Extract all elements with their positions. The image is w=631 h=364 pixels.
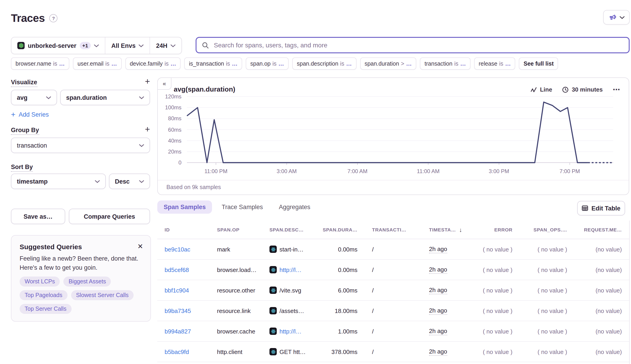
save-as-button[interactable]: Save as… bbox=[11, 209, 65, 224]
error-value: ( no value ) bbox=[483, 287, 512, 294]
cell-transaction: / bbox=[365, 266, 422, 273]
chip-key: span.op bbox=[250, 60, 271, 67]
cell-span-duration: 0.00ms bbox=[317, 246, 365, 252]
column-header-label: SPAN_OPS.… bbox=[533, 227, 567, 232]
suggested-query-pill[interactable]: Top Server Calls bbox=[20, 304, 71, 314]
tab-span-samples[interactable]: Span Samples bbox=[157, 200, 212, 214]
column-header-spandesc[interactable]: SPAN.DESC… bbox=[262, 227, 317, 232]
table-row[interactable]: b994a827browser.cachehttp://l…1.00ms/2h … bbox=[157, 321, 629, 342]
chart-menu-icon[interactable]: ⋯ bbox=[613, 85, 620, 94]
group-by-select[interactable]: transaction bbox=[11, 138, 150, 153]
cell-span-description: start-in… bbox=[262, 246, 317, 253]
timestamp-value[interactable]: 2h ago bbox=[429, 286, 447, 294]
span-description-value: /assets… bbox=[279, 307, 304, 314]
y-axis-label: 0 bbox=[159, 160, 181, 166]
add-group-by-icon[interactable]: + bbox=[145, 125, 150, 134]
cell-span-ops: ( no value ) bbox=[520, 287, 574, 294]
suggested-query-pill[interactable]: Top Pageloads bbox=[20, 290, 67, 300]
timestamp-value[interactable]: 2h ago bbox=[429, 266, 447, 274]
table-row[interactable]: be9c10acmarkstart-in…0.00ms/2h ago( no v… bbox=[157, 239, 629, 260]
span-description-value[interactable]: http://l… bbox=[279, 328, 301, 334]
sort-field-select[interactable]: timestamp bbox=[11, 174, 106, 189]
column-header-requestme[interactable]: REQUEST.ME… bbox=[574, 227, 629, 232]
filter-chip[interactable]: span.descriptionis… bbox=[292, 58, 356, 70]
table-row[interactable]: bbf1c904resource.other/vite.svg6.00ms/2h… bbox=[157, 280, 629, 301]
x-axis-label: 7:00 PM bbox=[560, 168, 580, 174]
react-platform-icon bbox=[269, 286, 277, 294]
edit-table-button[interactable]: Edit Table bbox=[577, 201, 625, 216]
cell-timestamp: 2h ago bbox=[422, 327, 474, 335]
chart-interval-control[interactable]: 30 minutes bbox=[562, 86, 603, 93]
table-row[interactable]: bd5cef68browser.load…http://l…0.00ms/2h … bbox=[157, 260, 629, 280]
date-range-selector[interactable]: 24H bbox=[150, 37, 182, 54]
group-by-value: transaction bbox=[17, 142, 47, 149]
span-id-link[interactable]: be9c10ac bbox=[165, 246, 190, 252]
error-value: ( no value ) bbox=[483, 328, 512, 334]
aggregate-select[interactable]: avg bbox=[11, 90, 57, 105]
add-series-button[interactable]: + Add Series bbox=[11, 111, 49, 118]
visualize-section-header: Visualize + bbox=[11, 78, 150, 87]
chevron-down-icon bbox=[139, 144, 144, 147]
chart-series-line bbox=[187, 102, 588, 163]
sort-direction-select[interactable]: Desc bbox=[109, 174, 150, 189]
compare-queries-button[interactable]: Compare Queries bbox=[69, 209, 150, 224]
sort-desc-icon[interactable]: ↓ bbox=[459, 226, 462, 233]
project-selector[interactable]: unborked-server +1 bbox=[12, 37, 105, 54]
search-bar bbox=[196, 37, 630, 53]
span-id-link[interactable]: b994a827 bbox=[165, 328, 191, 334]
chart-type-control[interactable]: Line bbox=[531, 86, 552, 93]
filter-chip[interactable]: span.duration>… bbox=[360, 58, 416, 70]
cell-span-id: b5bac9fd bbox=[157, 348, 210, 355]
error-value: ( no value ) bbox=[483, 348, 512, 355]
column-header-timesta[interactable]: TIMESTA…↓ bbox=[422, 226, 474, 233]
suggested-query-pill[interactable]: Biggest Assets bbox=[64, 276, 111, 286]
timestamp-value[interactable]: 2h ago bbox=[429, 348, 447, 356]
metric-select[interactable]: span.duration bbox=[60, 90, 150, 105]
tab-aggregates[interactable]: Aggregates bbox=[272, 200, 317, 214]
filter-chip[interactable]: browser.nameis… bbox=[11, 58, 69, 70]
search-input[interactable] bbox=[213, 41, 623, 49]
whats-new-button[interactable] bbox=[603, 10, 630, 24]
column-header-spanops[interactable]: SPAN_OPS.… bbox=[520, 227, 574, 232]
table-row[interactable]: b9ba7345resource.link/assets…18.00ms/2h … bbox=[157, 301, 629, 321]
add-visualize-icon[interactable]: + bbox=[145, 77, 150, 86]
span-id-link[interactable]: b9ba7345 bbox=[165, 307, 191, 314]
timestamp-value[interactable]: 2h ago bbox=[429, 307, 447, 314]
span-id-link[interactable]: b5bac9fd bbox=[165, 348, 189, 355]
environment-selector[interactable]: All Envs bbox=[105, 37, 150, 54]
column-header-id[interactable]: ID bbox=[157, 227, 210, 232]
column-header-transacti[interactable]: TRANSACTI… bbox=[365, 227, 422, 232]
suggested-query-pill[interactable]: Slowest Server Calls bbox=[71, 290, 134, 300]
span-id-link[interactable]: bd5cef68 bbox=[165, 266, 189, 273]
cell-transaction: / bbox=[365, 287, 422, 294]
column-header-spandura[interactable]: SPAN.DURA… bbox=[317, 227, 365, 232]
chip-key: is_transaction bbox=[189, 60, 224, 67]
filter-chip[interactable]: user.emailis… bbox=[73, 58, 122, 70]
span-description-value[interactable]: http://l… bbox=[279, 266, 301, 273]
table-row[interactable]: b5bac9fdhttp.clientGET htt…378.00ms/2h a… bbox=[157, 342, 629, 362]
span-id-link[interactable]: bbf1c904 bbox=[165, 287, 189, 294]
collapse-sidebar-button[interactable]: « bbox=[157, 78, 171, 90]
column-header-spanop[interactable]: SPAN.OP bbox=[210, 227, 262, 232]
chip-operator: is bbox=[165, 60, 169, 67]
filter-chip[interactable]: is_transactionis… bbox=[184, 58, 242, 70]
filter-chip[interactable]: releaseis… bbox=[474, 58, 515, 70]
filter-chip[interactable]: transactionis… bbox=[420, 58, 470, 70]
table-row[interactable]: b41bfb26resource.ifra…https://…276.00ms/… bbox=[157, 362, 629, 364]
column-header-error[interactable]: ERROR bbox=[474, 227, 520, 232]
see-full-list-chip[interactable]: See full list bbox=[519, 58, 558, 70]
cell-span-description: /assets… bbox=[262, 307, 317, 314]
help-icon[interactable]: ? bbox=[50, 14, 58, 22]
filter-chip[interactable]: device.familyis… bbox=[125, 58, 181, 70]
timestamp-value[interactable]: 2h ago bbox=[429, 245, 447, 253]
timestamp-value[interactable]: 2h ago bbox=[429, 327, 447, 335]
cell-span-id: bd5cef68 bbox=[157, 266, 210, 273]
tab-trace-samples[interactable]: Trace Samples bbox=[215, 200, 269, 214]
cell-transaction: / bbox=[365, 348, 422, 355]
close-icon[interactable]: ✕ bbox=[137, 243, 143, 250]
request-method-value: (no value) bbox=[595, 287, 622, 294]
y-axis-label: 40ms bbox=[159, 137, 181, 144]
suggested-query-pill[interactable]: Worst LCPs bbox=[20, 276, 60, 286]
filter-chip[interactable]: span.opis… bbox=[246, 58, 288, 70]
column-header-label: ID bbox=[165, 227, 170, 232]
